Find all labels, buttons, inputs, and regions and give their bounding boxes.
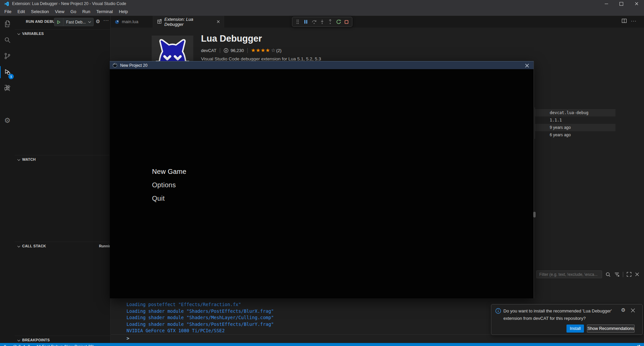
step-out-icon[interactable]	[327, 18, 334, 26]
extension-publisher[interactable]: devCAT	[201, 48, 216, 53]
install-button[interactable]: Install	[566, 325, 584, 333]
notifications-bell[interactable]	[636, 343, 641, 346]
divider	[623, 272, 623, 277]
console-line: Loading shader module "Shaders/PostEffec…	[127, 308, 274, 314]
console-line: Loading shader module "Shaders/PostEffec…	[127, 322, 274, 327]
detail-identifier: devcat.lua-debug	[535, 109, 615, 116]
call-stack-section-header[interactable]: CALL STACK Running	[15, 242, 111, 250]
menu-bar: File Edit Selection View Go Run Terminal…	[0, 7, 644, 16]
step-into-icon[interactable]	[318, 18, 326, 26]
game-title-bar[interactable]: New Project 20	[110, 61, 534, 69]
game-close-icon[interactable]	[525, 64, 529, 67]
menu-view[interactable]: View	[52, 7, 67, 16]
debug-config-dropdown[interactable]: Fast Deb...	[63, 18, 93, 26]
console-prompt: >	[127, 336, 129, 341]
editor-more-actions-icon[interactable]: ···	[631, 18, 637, 23]
detail-last-released: 9 years ago	[535, 124, 615, 131]
stop-icon[interactable]	[343, 18, 350, 26]
settings-gear-icon[interactable]: ⚙	[0, 112, 15, 129]
problems-indicator[interactable]: 0 0	[13, 343, 30, 346]
game-menu-quit[interactable]: Quit	[152, 195, 165, 202]
detail-version: 1.1.1	[535, 116, 615, 124]
tab-label: main.lua	[122, 19, 138, 24]
game-menu-new-game[interactable]: New Game	[152, 168, 186, 176]
editor-scrollbar-thumb[interactable]	[533, 212, 536, 217]
sidebar-header: RUN AND DEBUG Fast Deb... ⚙ ···	[15, 16, 110, 28]
menu-file[interactable]: File	[1, 7, 14, 16]
menu-go[interactable]: Go	[67, 7, 79, 16]
search-icon[interactable]	[605, 272, 611, 277]
pause-icon[interactable]	[302, 18, 309, 26]
detail-last-updated: 6 years ago	[535, 131, 615, 139]
tab-extension-lua-debugger[interactable]: Extension: Lua Debugger	[153, 16, 224, 28]
remote-indicator[interactable]	[3, 343, 7, 346]
search-icon[interactable]	[0, 32, 15, 48]
menu-selection[interactable]: Selection	[28, 7, 52, 16]
watch-section-header[interactable]: WATCH	[15, 155, 111, 163]
chevron-down-icon	[17, 245, 20, 247]
title-bar: Extension: Lua Debugger - New Project 20…	[0, 0, 644, 7]
editor-actions: ···	[622, 18, 637, 23]
vscode-window: Extension: Lua Debugger - New Project 20…	[0, 0, 644, 346]
notification-toast: Do you want to install the recommended '…	[491, 304, 643, 335]
notification-settings-icon[interactable]: ⚙	[621, 307, 626, 313]
debug-badge: 1	[8, 74, 14, 79]
debug-more-actions-icon[interactable]: ···	[103, 17, 109, 23]
status-bar: 0 0 Fast Debug (New Project 20)	[0, 343, 644, 346]
expand-icon[interactable]	[627, 272, 632, 277]
notification-message-line2: extension from devCAT for this repositor…	[503, 316, 586, 321]
info-icon	[495, 308, 501, 314]
errors-icon	[13, 345, 17, 346]
close-window-button[interactable]	[629, 0, 644, 7]
close-tab-icon[interactable]	[217, 20, 220, 23]
notification-close-icon[interactable]	[631, 308, 635, 312]
debug-status[interactable]: Fast Debug (New Project 20)	[36, 343, 94, 346]
game-window-title: New Project 20	[120, 63, 147, 68]
rating-stars-icon[interactable]: ★★★★	[251, 47, 270, 53]
game-window: New Project 20 New Game Options Quit	[110, 61, 534, 298]
close-panel-icon[interactable]	[635, 272, 639, 277]
split-editor-icon[interactable]	[622, 18, 627, 23]
console-input-row[interactable]: >	[111, 334, 644, 343]
run-and-debug-sidebar: RUN AND DEBUG Fast Deb... ⚙ ··· VARIABLE…	[15, 16, 111, 343]
console-line: Loading shader module "Shaders/MeshLayer…	[127, 315, 274, 320]
chevron-down-icon	[17, 339, 20, 341]
active-view-indicator	[0, 66, 1, 78]
toolbar-drag-handle[interactable]	[294, 18, 301, 26]
menu-edit[interactable]: Edit	[14, 7, 28, 16]
menu-terminal[interactable]: Terminal	[93, 7, 116, 16]
explorer-icon[interactable]	[0, 16, 15, 32]
debug-status-label: Fast Debug (New Project 20)	[42, 344, 94, 346]
tab-label: Extension: Lua Debugger	[164, 17, 213, 27]
account-icon[interactable]	[0, 80, 15, 96]
chevron-down-icon	[88, 20, 91, 23]
filter-icon[interactable]	[614, 272, 620, 277]
debug-gear-icon[interactable]: ⚙	[96, 18, 100, 24]
start-debug-button[interactable]	[54, 18, 63, 26]
extension-description: Visual Studio Code debugger extension fo…	[201, 56, 321, 61]
sidebar-title: RUN AND DEBUG	[26, 16, 58, 28]
call-stack-status: Running	[99, 244, 110, 248]
chevron-down-icon	[17, 32, 20, 35]
game-menu-options[interactable]: Options	[152, 181, 176, 189]
menu-help[interactable]: Help	[116, 7, 131, 16]
minimize-button[interactable]	[599, 0, 614, 7]
rating-star-empty-icon[interactable]: ☆	[271, 47, 276, 53]
console-line: Loading posteffect "Effects/Refraction.f…	[127, 302, 241, 307]
warnings-icon	[22, 345, 27, 346]
source-control-icon[interactable]	[0, 48, 15, 64]
tab-main-lua[interactable]: main.lua	[111, 16, 153, 28]
extension-name: Lua Debugger	[201, 34, 262, 44]
restart-icon[interactable]	[335, 18, 342, 26]
variables-section-header[interactable]: VARIABLES	[15, 29, 111, 38]
filter-input[interactable]	[536, 270, 602, 278]
download-count-icon	[224, 48, 229, 53]
bell-icon	[636, 344, 641, 346]
extension-meta: devCAT 96,230 ★★★★ ☆ (2)	[201, 47, 282, 54]
menu-run[interactable]: Run	[79, 7, 93, 16]
run-and-debug-icon[interactable]: 1	[0, 64, 15, 80]
step-over-icon[interactable]	[310, 18, 318, 26]
lua-file-icon	[115, 19, 119, 24]
maximize-button[interactable]	[614, 0, 629, 7]
show-recommendations-button[interactable]: Show Recommendations	[587, 325, 635, 333]
